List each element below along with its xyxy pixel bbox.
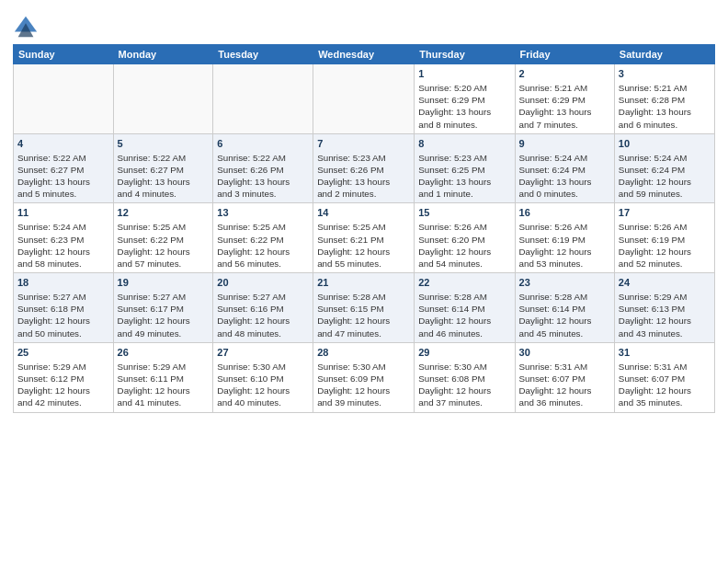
day-cell: 14Sunrise: 5:25 AM Sunset: 6:21 PM Dayli…: [313, 203, 415, 273]
day-cell: 4Sunrise: 5:22 AM Sunset: 6:27 PM Daylig…: [14, 133, 114, 203]
day-cell: 30Sunrise: 5:31 AM Sunset: 6:07 PM Dayli…: [515, 342, 614, 412]
day-info: Sunrise: 5:22 AM Sunset: 6:27 PM Dayligh…: [17, 152, 109, 201]
day-number: 11: [17, 206, 109, 220]
day-number: 3: [619, 67, 711, 81]
day-number: 12: [118, 206, 210, 220]
weekday-header-friday: Friday: [515, 45, 614, 64]
day-info: Sunrise: 5:25 AM Sunset: 6:22 PM Dayligh…: [217, 221, 309, 270]
day-number: 16: [519, 206, 610, 220]
day-info: Sunrise: 5:30 AM Sunset: 6:08 PM Dayligh…: [418, 361, 510, 409]
day-info: Sunrise: 5:24 AM Sunset: 6:23 PM Dayligh…: [17, 221, 109, 270]
day-cell: 12Sunrise: 5:25 AM Sunset: 6:22 PM Dayli…: [113, 203, 213, 273]
day-info: Sunrise: 5:21 AM Sunset: 6:29 PM Dayligh…: [519, 82, 610, 131]
day-cell: 8Sunrise: 5:23 AM Sunset: 6:25 PM Daylig…: [415, 133, 515, 203]
day-number: 14: [317, 206, 410, 220]
day-cell: [113, 64, 213, 134]
logo-icon: [13, 13, 39, 39]
day-info: Sunrise: 5:28 AM Sunset: 6:14 PM Dayligh…: [418, 291, 510, 339]
day-info: Sunrise: 5:29 AM Sunset: 6:13 PM Dayligh…: [619, 291, 711, 339]
day-cell: 26Sunrise: 5:29 AM Sunset: 6:11 PM Dayli…: [113, 342, 213, 412]
day-info: Sunrise: 5:24 AM Sunset: 6:24 PM Dayligh…: [619, 152, 711, 201]
day-cell: 24Sunrise: 5:29 AM Sunset: 6:13 PM Dayli…: [614, 273, 714, 343]
day-number: 26: [118, 346, 210, 360]
day-number: 28: [317, 346, 410, 360]
day-number: 20: [217, 276, 309, 290]
day-cell: 1Sunrise: 5:20 AM Sunset: 6:29 PM Daylig…: [415, 64, 515, 134]
day-number: 31: [619, 346, 711, 360]
day-cell: 25Sunrise: 5:29 AM Sunset: 6:12 PM Dayli…: [14, 342, 114, 412]
week-row-2: 4Sunrise: 5:22 AM Sunset: 6:27 PM Daylig…: [14, 133, 715, 203]
weekday-header-thursday: Thursday: [415, 45, 515, 64]
day-info: Sunrise: 5:20 AM Sunset: 6:29 PM Dayligh…: [418, 82, 510, 131]
day-number: 23: [519, 276, 610, 290]
week-row-5: 25Sunrise: 5:29 AM Sunset: 6:12 PM Dayli…: [14, 342, 715, 412]
day-info: Sunrise: 5:26 AM Sunset: 6:19 PM Dayligh…: [519, 221, 610, 270]
day-number: 7: [317, 137, 410, 151]
day-info: Sunrise: 5:25 AM Sunset: 6:21 PM Dayligh…: [317, 221, 410, 270]
day-info: Sunrise: 5:22 AM Sunset: 6:26 PM Dayligh…: [217, 152, 309, 201]
day-info: Sunrise: 5:30 AM Sunset: 6:10 PM Dayligh…: [217, 361, 309, 409]
day-info: Sunrise: 5:28 AM Sunset: 6:15 PM Dayligh…: [317, 291, 410, 339]
day-cell: 29Sunrise: 5:30 AM Sunset: 6:08 PM Dayli…: [415, 342, 515, 412]
weekday-header-monday: Monday: [113, 45, 213, 64]
weekday-header-sunday: Sunday: [14, 45, 114, 64]
day-info: Sunrise: 5:26 AM Sunset: 6:19 PM Dayligh…: [619, 221, 711, 270]
day-cell: [14, 64, 114, 134]
day-cell: 21Sunrise: 5:28 AM Sunset: 6:15 PM Dayli…: [313, 273, 415, 343]
day-cell: 22Sunrise: 5:28 AM Sunset: 6:14 PM Dayli…: [415, 273, 515, 343]
day-info: Sunrise: 5:28 AM Sunset: 6:14 PM Dayligh…: [519, 291, 610, 339]
day-number: 13: [217, 206, 309, 220]
day-info: Sunrise: 5:23 AM Sunset: 6:26 PM Dayligh…: [317, 152, 410, 201]
day-info: Sunrise: 5:27 AM Sunset: 6:17 PM Dayligh…: [118, 291, 210, 339]
day-number: 30: [519, 346, 610, 360]
day-number: 18: [17, 276, 109, 290]
day-cell: 31Sunrise: 5:31 AM Sunset: 6:07 PM Dayli…: [614, 342, 714, 412]
day-number: 1: [418, 67, 510, 81]
day-cell: 3Sunrise: 5:21 AM Sunset: 6:28 PM Daylig…: [614, 64, 714, 134]
weekday-header-saturday: Saturday: [614, 45, 714, 64]
day-number: 2: [519, 67, 610, 81]
day-cell: 23Sunrise: 5:28 AM Sunset: 6:14 PM Dayli…: [515, 273, 614, 343]
day-number: 29: [418, 346, 510, 360]
logo: [13, 13, 42, 39]
day-cell: 10Sunrise: 5:24 AM Sunset: 6:24 PM Dayli…: [614, 133, 714, 203]
day-number: 19: [118, 276, 210, 290]
weekday-header-row: SundayMondayTuesdayWednesdayThursdayFrid…: [14, 45, 715, 64]
day-info: Sunrise: 5:27 AM Sunset: 6:16 PM Dayligh…: [217, 291, 309, 339]
day-cell: [213, 64, 313, 134]
weekday-header-wednesday: Wednesday: [313, 45, 415, 64]
day-number: 10: [619, 137, 711, 151]
day-number: 4: [17, 137, 109, 151]
day-cell: 19Sunrise: 5:27 AM Sunset: 6:17 PM Dayli…: [113, 273, 213, 343]
calendar-table: SundayMondayTuesdayWednesdayThursdayFrid…: [13, 44, 715, 413]
day-number: 6: [217, 137, 309, 151]
day-info: Sunrise: 5:27 AM Sunset: 6:18 PM Dayligh…: [17, 291, 109, 339]
day-info: Sunrise: 5:21 AM Sunset: 6:28 PM Dayligh…: [619, 82, 711, 131]
day-number: 24: [619, 276, 711, 290]
week-row-4: 18Sunrise: 5:27 AM Sunset: 6:18 PM Dayli…: [14, 273, 715, 343]
day-cell: 11Sunrise: 5:24 AM Sunset: 6:23 PM Dayli…: [14, 203, 114, 273]
day-cell: 18Sunrise: 5:27 AM Sunset: 6:18 PM Dayli…: [14, 273, 114, 343]
main-container: SundayMondayTuesdayWednesdayThursdayFrid…: [0, 0, 728, 420]
day-cell: 5Sunrise: 5:22 AM Sunset: 6:27 PM Daylig…: [113, 133, 213, 203]
day-cell: 17Sunrise: 5:26 AM Sunset: 6:19 PM Dayli…: [614, 203, 714, 273]
day-info: Sunrise: 5:23 AM Sunset: 6:25 PM Dayligh…: [418, 152, 510, 201]
day-number: 25: [17, 346, 109, 360]
day-info: Sunrise: 5:31 AM Sunset: 6:07 PM Dayligh…: [619, 361, 711, 409]
day-number: 22: [418, 276, 510, 290]
day-info: Sunrise: 5:30 AM Sunset: 6:09 PM Dayligh…: [317, 361, 410, 409]
day-cell: 9Sunrise: 5:24 AM Sunset: 6:24 PM Daylig…: [515, 133, 614, 203]
day-cell: [313, 64, 415, 134]
day-number: 15: [418, 206, 510, 220]
day-cell: 6Sunrise: 5:22 AM Sunset: 6:26 PM Daylig…: [213, 133, 313, 203]
day-number: 5: [118, 137, 210, 151]
day-number: 8: [418, 137, 510, 151]
day-cell: 2Sunrise: 5:21 AM Sunset: 6:29 PM Daylig…: [515, 64, 614, 134]
day-cell: 15Sunrise: 5:26 AM Sunset: 6:20 PM Dayli…: [415, 203, 515, 273]
day-cell: 13Sunrise: 5:25 AM Sunset: 6:22 PM Dayli…: [213, 203, 313, 273]
day-cell: 27Sunrise: 5:30 AM Sunset: 6:10 PM Dayli…: [213, 342, 313, 412]
day-cell: 16Sunrise: 5:26 AM Sunset: 6:19 PM Dayli…: [515, 203, 614, 273]
week-row-3: 11Sunrise: 5:24 AM Sunset: 6:23 PM Dayli…: [14, 203, 715, 273]
day-info: Sunrise: 5:26 AM Sunset: 6:20 PM Dayligh…: [418, 221, 510, 270]
day-info: Sunrise: 5:24 AM Sunset: 6:24 PM Dayligh…: [519, 152, 610, 201]
